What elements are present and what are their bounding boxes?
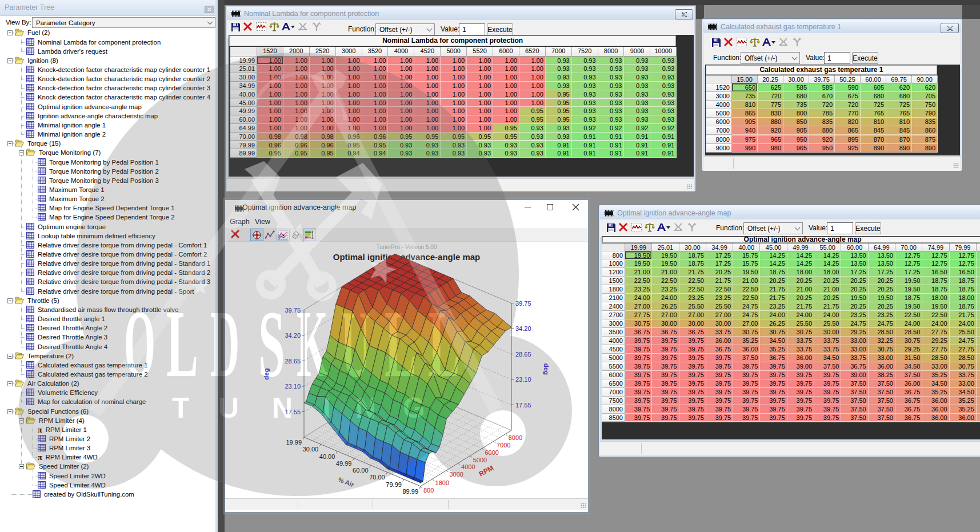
svg-text:60.00: 60.00 [353, 467, 369, 474]
svg-text:79.99: 79.99 [386, 481, 402, 488]
svg-text:70.00: 70.00 [369, 474, 385, 481]
svg-text:30.00: 30.00 [303, 446, 319, 453]
svg-text:28.65: 28.65 [515, 351, 531, 358]
svg-text:3000: 3000 [449, 471, 463, 478]
svg-text:5000: 5000 [473, 457, 487, 463]
svg-text:RPM: RPM [478, 464, 495, 478]
svg-text:23.10: 23.10 [515, 376, 531, 383]
svg-text:17.55: 17.55 [515, 402, 531, 409]
svg-text:17.55: 17.55 [285, 409, 301, 415]
svg-text:49.99: 49.99 [336, 460, 352, 467]
svg-text:34.20: 34.20 [285, 332, 301, 339]
svg-text:34.20: 34.20 [515, 325, 531, 332]
svg-text:89.99: 89.99 [402, 488, 418, 495]
svg-text:6000: 6000 [485, 449, 498, 456]
svg-text:19.99: 19.99 [286, 439, 302, 446]
svg-text:800: 800 [423, 487, 434, 494]
svg-text:28.65: 28.65 [285, 358, 301, 365]
svg-text:23.10: 23.10 [285, 383, 301, 390]
svg-text:deg: deg [263, 368, 270, 379]
svg-text:39.75: 39.75 [515, 300, 531, 307]
svg-text:8000: 8000 [509, 434, 522, 441]
svg-text:40.00: 40.00 [319, 453, 335, 460]
svg-text:1800: 1800 [435, 479, 449, 486]
svg-text:% Air: % Air [337, 476, 355, 489]
svg-text:4000: 4000 [461, 463, 475, 470]
svg-text:deg: deg [543, 363, 550, 375]
svg-text:7000: 7000 [497, 442, 510, 449]
svg-text:39.75: 39.75 [285, 307, 301, 314]
